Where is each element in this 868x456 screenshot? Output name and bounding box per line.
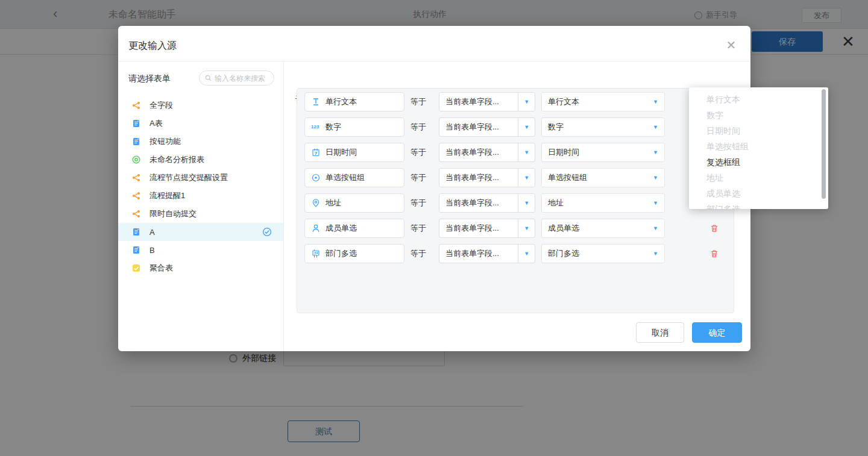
- value-select-value: 单选按钮组: [548, 172, 587, 183]
- source-select-value: 当前表单字段...: [439, 223, 518, 234]
- modal-title: 更改输入源: [128, 40, 177, 52]
- sidebar-divider: [283, 61, 284, 351]
- sidebar-item-label: A表: [149, 118, 163, 129]
- source-select[interactable]: 当前表单字段... ▼: [439, 244, 535, 263]
- sidebar-item-b[interactable]: B: [118, 241, 283, 259]
- field-name-box: 单行文本: [304, 92, 404, 111]
- report-icon: [131, 155, 141, 164]
- value-select[interactable]: 成员单选 ▼: [541, 219, 665, 238]
- value-select-value: 日期时间: [548, 147, 579, 158]
- sidebar-item-label: A: [149, 228, 155, 237]
- sidebar-item-timed-submit[interactable]: 限时自动提交: [118, 205, 283, 223]
- value-select-value: 成员单选: [548, 223, 579, 234]
- source-select-value: 当前表单字段...: [439, 248, 518, 259]
- field-row-text: 单行文本 等于 当前表单字段... ▼ 单行文本 ▼: [304, 92, 726, 111]
- sidebar-item-a-table[interactable]: A表: [118, 114, 283, 133]
- chevron-down-icon[interactable]: ▼: [518, 143, 535, 162]
- chevron-down-icon: ▼: [653, 225, 658, 231]
- value-select-value: 数字: [548, 122, 564, 133]
- sidebar-item-label: 聚合表: [149, 263, 173, 273]
- form-icon: [131, 227, 141, 237]
- operator-label: 等于: [410, 248, 438, 259]
- source-select-value: 当前表单字段...: [439, 147, 518, 158]
- dropdown-item-datetime: 日期时间: [689, 123, 828, 139]
- flow-icon: [131, 101, 141, 110]
- chevron-down-icon[interactable]: ▼: [518, 92, 535, 111]
- add-field-dropdown: 单行文本 数字 日期时间 单选按钮组 复选框组 地址 成员单选 部门多选: [689, 87, 828, 209]
- chevron-down-icon[interactable]: ▼: [518, 219, 535, 238]
- field-name-label: 地址: [326, 198, 341, 208]
- form-search-input[interactable]: [215, 74, 270, 83]
- chevron-down-icon: ▼: [653, 200, 658, 206]
- field-row-number: 123 数字 等于 当前表单字段... ▼ 数字 ▼: [304, 117, 726, 137]
- value-select[interactable]: 部门多选 ▼: [541, 244, 665, 263]
- source-select[interactable]: 当前表单字段... ▼: [439, 117, 535, 137]
- source-select[interactable]: 当前表单字段... ▼: [439, 219, 535, 238]
- form-icon: [131, 119, 141, 128]
- field-row-address: 地址 等于 当前表单字段... ▼ 地址 ▼: [304, 193, 726, 213]
- value-select[interactable]: 地址 ▼: [541, 193, 665, 213]
- sidebar-item-report[interactable]: 未命名分析报表: [118, 151, 283, 169]
- operator-label: 等于: [410, 223, 438, 234]
- source-select-value: 当前表单字段...: [439, 96, 518, 107]
- chevron-down-icon[interactable]: ▼: [518, 244, 535, 263]
- sidebar-item-label: 限时自动提交: [149, 208, 197, 219]
- chevron-down-icon: ▼: [653, 149, 658, 155]
- value-select-value: 部门多选: [548, 248, 579, 259]
- sidebar-item-flow-remind1[interactable]: 流程提醒1: [118, 187, 283, 205]
- source-select[interactable]: 当前表单字段... ▼: [439, 143, 535, 162]
- text-icon: [311, 97, 321, 107]
- sidebar-item-flow-node-remind[interactable]: 流程节点提交提醒设置: [118, 169, 283, 187]
- modal-close-icon[interactable]: ✕: [724, 38, 738, 52]
- search-icon: [204, 74, 212, 82]
- chevron-down-icon[interactable]: ▼: [518, 168, 535, 187]
- source-select-value: 当前表单字段...: [439, 172, 518, 183]
- sidebar-item-label: 流程提醒1: [149, 190, 185, 201]
- dropdown-scrollbar[interactable]: [822, 89, 826, 199]
- flow-icon: [131, 209, 141, 219]
- sidebar-item-all-fields[interactable]: 全字段: [118, 96, 283, 114]
- value-select[interactable]: 日期时间 ▼: [541, 143, 665, 162]
- check-circle-icon: [262, 227, 272, 237]
- cancel-button[interactable]: 取消: [636, 322, 684, 343]
- field-row-radiogroup: 单选按钮组 等于 当前表单字段... ▼ 单选按钮组 ▼: [304, 168, 726, 187]
- member-icon: [311, 223, 321, 233]
- radio-icon: [311, 173, 321, 183]
- field-name-box: 成员单选: [304, 219, 404, 238]
- form-search-box[interactable]: [199, 70, 274, 86]
- operator-label: 等于: [410, 147, 438, 158]
- chevron-down-icon[interactable]: ▼: [518, 117, 535, 137]
- source-select-value: 当前表单字段...: [439, 198, 518, 208]
- chevron-down-icon: ▼: [653, 251, 658, 257]
- source-select[interactable]: 当前表单字段... ▼: [439, 168, 535, 187]
- calendar-icon: [311, 148, 321, 157]
- sidebar-item-button-func[interactable]: 按钮功能: [118, 133, 283, 151]
- form-list: 全字段 A表 按钮功能 未命名分析报表 流程节点提交提醒设置 流程提醒1 限时自…: [118, 96, 283, 277]
- sidebar-item-a-selected[interactable]: A: [118, 223, 283, 241]
- trash-icon[interactable]: [709, 223, 719, 233]
- sidebar-item-label: 未命名分析报表: [149, 154, 204, 165]
- confirm-button[interactable]: 确定: [692, 322, 742, 343]
- modal-header-divider: [118, 61, 750, 61]
- source-select[interactable]: 当前表单字段... ▼: [439, 193, 535, 213]
- field-row-member: 成员单选 等于 当前表单字段... ▼ 成员单选 ▼: [304, 219, 726, 238]
- source-select-value: 当前表单字段...: [439, 122, 518, 133]
- chevron-down-icon: ▼: [653, 99, 658, 105]
- dropdown-item-department: 部门多选: [689, 201, 828, 209]
- trash-icon[interactable]: [709, 249, 719, 258]
- chevron-down-icon[interactable]: ▼: [518, 193, 535, 213]
- field-name-label: 单行文本: [326, 96, 357, 107]
- dropdown-item-checkboxgroup[interactable]: 复选框组: [689, 154, 828, 170]
- change-input-source-modal: 更改输入源 ✕ 请选择表单 全字段 A表 按钮功能 未命名分析报表 流程节点提交…: [118, 26, 750, 351]
- sidebar-item-label: B: [149, 246, 155, 255]
- sidebar-item-label: 流程节点提交提醒设置: [149, 172, 228, 183]
- value-select[interactable]: 单行文本 ▼: [541, 92, 665, 111]
- field-name-label: 成员单选: [326, 223, 357, 234]
- sidebar-item-aggregate[interactable]: 聚合表: [118, 259, 283, 277]
- form-select-label: 请选择表单: [128, 73, 171, 84]
- value-select[interactable]: 数字 ▼: [541, 117, 665, 137]
- value-select[interactable]: 单选按钮组 ▼: [541, 168, 665, 187]
- operator-label: 等于: [410, 172, 438, 183]
- source-select[interactable]: 当前表单字段... ▼: [439, 92, 535, 111]
- number-icon: 123: [311, 122, 321, 132]
